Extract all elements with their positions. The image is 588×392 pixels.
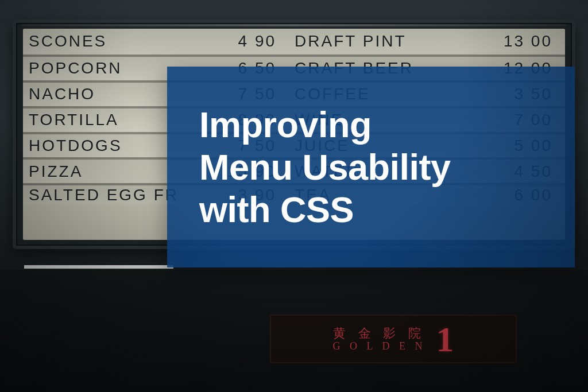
article-hero-image: SCONES 4 90 DRAFT PINT 13 00 POPCORN 6 5…: [0, 0, 588, 392]
menu-item-price: 13 00: [504, 32, 552, 50]
menu-item-name: TORTILLA: [29, 111, 119, 129]
menu-item-name: POPCORN: [29, 59, 122, 77]
cinema-hall-number: 1: [436, 321, 454, 357]
menu-item-name: HOTDOGS: [29, 137, 122, 154]
title-line: Menu Usability: [199, 147, 451, 187]
menu-item-name: SALTED EGG FR: [29, 186, 179, 204]
menu-item-name: SCONES: [29, 32, 107, 50]
menu-item-name: DRAFT PINT: [295, 32, 406, 50]
cinema-sign: 黄 金 影 院 G O L D E N 1: [270, 315, 517, 363]
cinema-chinese-text: 黄 金 影 院: [333, 327, 425, 340]
board-underline: [24, 265, 173, 269]
menu-item-name: NACHO: [29, 85, 95, 103]
title-overlay-panel: Improving Menu Usability with CSS: [167, 67, 575, 267]
article-title: Improving Menu Usability with CSS: [167, 103, 451, 231]
title-line: Improving: [199, 104, 372, 145]
menu-row: SCONES 4 90 DRAFT PINT 13 00: [23, 29, 565, 55]
cinema-english-text: G O L D E N: [333, 341, 426, 351]
menu-item-price: 4 90: [238, 32, 277, 50]
title-line: with CSS: [199, 189, 354, 230]
menu-item-name: PIZZA: [29, 162, 83, 180]
cinema-sign-text: 黄 金 影 院 G O L D E N: [333, 327, 426, 351]
